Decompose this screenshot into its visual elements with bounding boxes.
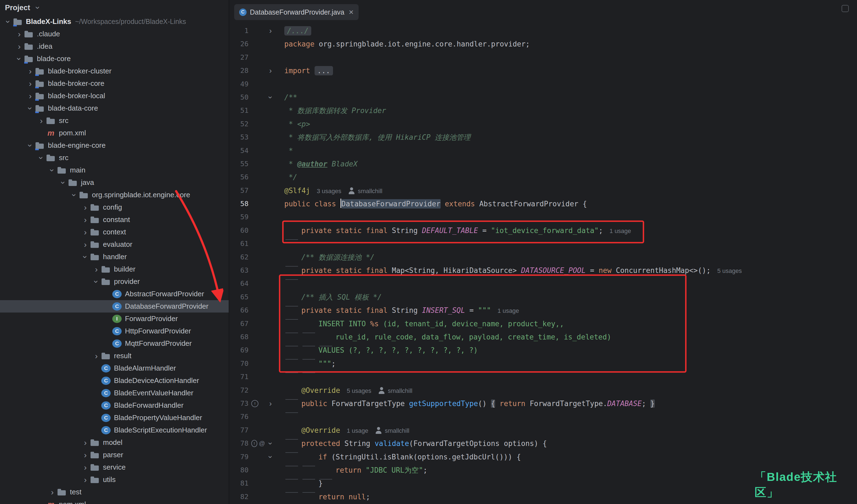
tree-item-provider[interactable]: ›provider	[0, 275, 229, 288]
editor-tab[interactable]: C DatabaseForwardProvider.java ×	[234, 4, 358, 20]
fold-collapsed-icon[interactable]: ›	[269, 400, 272, 407]
chevron-collapsed-icon[interactable]: ›	[80, 228, 90, 236]
chevron-collapsed-icon[interactable]: ›	[80, 463, 90, 471]
chevron-collapsed-icon[interactable]: ›	[80, 241, 90, 249]
code-line-50[interactable]: 50›/**	[229, 91, 857, 104]
code-line-82[interactable]: 82return null;	[229, 490, 857, 503]
code-line-76[interactable]: 76	[229, 410, 857, 423]
tree-item-java[interactable]: ›java	[0, 176, 229, 189]
chevron-expanded-icon[interactable]: ›	[81, 252, 89, 262]
tree-item-result[interactable]: ›result	[0, 350, 229, 362]
project-panel-header[interactable]: Project ›	[0, 0, 229, 15]
code-line-73[interactable]: 73↑›public ForwardTargetType getSupporte…	[229, 397, 857, 410]
tree-item--idea[interactable]: ›.idea	[0, 40, 229, 53]
chevron-collapsed-icon[interactable]: ›	[80, 451, 90, 459]
tree-item-builder[interactable]: ›builder	[0, 263, 229, 275]
tree-item-pom-xml[interactable]: mpom.xml	[0, 498, 229, 504]
code-line-70[interactable]: 70""";	[229, 357, 857, 370]
tree-item-parser[interactable]: ›parser	[0, 449, 229, 461]
chevron-collapsed-icon[interactable]: ›	[80, 438, 90, 447]
chevron-collapsed-icon[interactable]: ›	[80, 476, 90, 484]
tree-item-databaseforwardprovider[interactable]: CDatabaseForwardProvider	[0, 300, 229, 313]
fold-expanded-icon[interactable]: ›	[267, 96, 274, 99]
tree-item-constant[interactable]: ›constant	[0, 213, 229, 226]
tree-item-blade-broker-cluster[interactable]: ›blade-broker-cluster	[0, 65, 229, 77]
annotate-gutter-icon[interactable]: @	[259, 437, 265, 450]
chevron-collapsed-icon[interactable]: ›	[14, 42, 24, 51]
tree-item-blade-engine-core[interactable]: ›blade-engine-core	[0, 139, 229, 152]
tree-item-abstractforwardprovider[interactable]: CAbstractForwardProvider	[0, 288, 229, 300]
code-line-60[interactable]: 60private static final String DEFAULT_TA…	[229, 224, 857, 237]
code-line-56[interactable]: 56 */	[229, 171, 857, 184]
fold-collapsed-icon[interactable]: ›	[269, 67, 272, 74]
tree-item-evaluator[interactable]: ›evaluator	[0, 238, 229, 250]
tab-close-icon[interactable]: ×	[349, 8, 354, 16]
code-line-77[interactable]: 77@Override1 usagesmallchill	[229, 424, 857, 437]
code-line-79[interactable]: 79›if (StringUtil.isBlank(options.getJdb…	[229, 450, 857, 464]
tree-item-test[interactable]: ›test	[0, 486, 229, 498]
tree-item-bladeeventvaluehandler[interactable]: CBladeEventValueHandler	[0, 387, 229, 399]
tree-item-bladedeviceactionhandler[interactable]: CBladeDeviceActionHandler	[0, 375, 229, 387]
tree-item-context[interactable]: ›context	[0, 226, 229, 238]
chevron-expanded-icon[interactable]: ›	[4, 17, 12, 27]
tree-item-config[interactable]: ›config	[0, 201, 229, 213]
fold-expanded-icon[interactable]: ›	[267, 442, 274, 445]
tree-item-blade-data-core[interactable]: ›blade-data-core	[0, 102, 229, 115]
tree-item--claude[interactable]: ›.claude	[0, 28, 229, 40]
code-line-65[interactable]: 65/** 插入 SQL 模板 */	[229, 291, 857, 304]
tree-item-bladeforwardhandler[interactable]: CBladeForwardHandler	[0, 399, 229, 412]
chevron-collapsed-icon[interactable]: ›	[91, 265, 101, 274]
chevron-expanded-icon[interactable]: ›	[59, 178, 67, 188]
chevron-expanded-icon[interactable]: ›	[48, 166, 56, 175]
code-line-27[interactable]: 27	[229, 51, 857, 64]
fold-expanded-icon[interactable]: ›	[267, 456, 274, 458]
tree-item-pom-xml[interactable]: mpom.xml	[0, 127, 229, 139]
code-line-1[interactable]: 1›/.../	[229, 24, 857, 37]
code-line-55[interactable]: 55 * @author BladeX	[229, 157, 857, 171]
tree-item-mqttforwardprovider[interactable]: CMqttForwardProvider	[0, 337, 229, 350]
chevron-expanded-icon[interactable]: ›	[26, 103, 34, 114]
tree-item-blade-core[interactable]: ›blade-core	[0, 53, 229, 65]
chevron-expanded-icon[interactable]: ›	[70, 190, 79, 200]
tree-item-org-springblade-iot-engine-core[interactable]: ›org.springblade.iot.engine.core	[0, 189, 229, 201]
tree-item-src[interactable]: ›src	[0, 115, 229, 127]
code-line-28[interactable]: 28›import ...	[229, 64, 857, 77]
code-line-71[interactable]: 71	[229, 370, 857, 383]
tree-item-bladepropertyvaluehandler[interactable]: CBladePropertyValueHandler	[0, 412, 229, 424]
chevron-expanded-icon[interactable]: ›	[15, 54, 23, 64]
code-line-49[interactable]: 49	[229, 77, 857, 91]
fold-collapsed-icon[interactable]: ›	[269, 27, 272, 35]
tree-item-blade-broker-local[interactable]: ›blade-broker-local	[0, 90, 229, 102]
code-line-64[interactable]: 64	[229, 277, 857, 290]
code-line-54[interactable]: 54 *	[229, 144, 857, 157]
code-line-51[interactable]: 51 * 数据库数据转发 Provider	[229, 104, 857, 117]
code-line-57[interactable]: 57@Slf4j3 usagessmallchill	[229, 184, 857, 197]
code-line-53[interactable]: 53 * 将数据写入外部数据库, 使用 HikariCP 连接池管理	[229, 131, 857, 144]
code-line-61[interactable]: 61	[229, 237, 857, 250]
tree-item-bladescriptexecutionhandler[interactable]: CBladeScriptExecutionHandler	[0, 424, 229, 436]
chevron-expanded-icon[interactable]: ›	[37, 153, 46, 163]
code-line-52[interactable]: 52 * <p>	[229, 118, 857, 131]
chevron-expanded-icon[interactable]: ›	[92, 277, 100, 286]
tree-item-bladex-links[interactable]: ›BladeX-Links~/Workspaces/product/BladeX…	[0, 15, 229, 28]
tree-item-src[interactable]: ›src	[0, 152, 229, 164]
chevron-collapsed-icon[interactable]: ›	[47, 488, 57, 496]
code-line-67[interactable]: 67INSERT INTO %s (id, tenant_id, device_…	[229, 317, 857, 330]
tree-item-main[interactable]: ›main	[0, 164, 229, 176]
code-line-26[interactable]: 26package org.springblade.iot.engine.cor…	[229, 37, 857, 51]
window-layout-icon[interactable]	[842, 5, 849, 12]
code-line-63[interactable]: 63private static final Map<String, Hikar…	[229, 264, 857, 277]
tree-item-service[interactable]: ›service	[0, 461, 229, 473]
chevron-collapsed-icon[interactable]: ›	[25, 67, 35, 75]
override-gutter-icon[interactable]: ↑	[251, 440, 257, 447]
chevron-collapsed-icon[interactable]: ›	[80, 216, 90, 224]
chevron-collapsed-icon[interactable]: ›	[91, 352, 101, 360]
tree-item-model[interactable]: ›model	[0, 436, 229, 449]
chevron-collapsed-icon[interactable]: ›	[14, 30, 24, 38]
override-gutter-icon[interactable]: ↑	[251, 400, 258, 407]
code-line-59[interactable]: 59	[229, 210, 857, 224]
tree-item-bladealarmhandler[interactable]: CBladeAlarmHandler	[0, 362, 229, 375]
code-line-62[interactable]: 62/** 数据源连接池 */	[229, 250, 857, 264]
code-line-80[interactable]: 80return "JDBC URL为空";	[229, 464, 857, 477]
chevron-expanded-icon[interactable]: ›	[26, 141, 34, 151]
